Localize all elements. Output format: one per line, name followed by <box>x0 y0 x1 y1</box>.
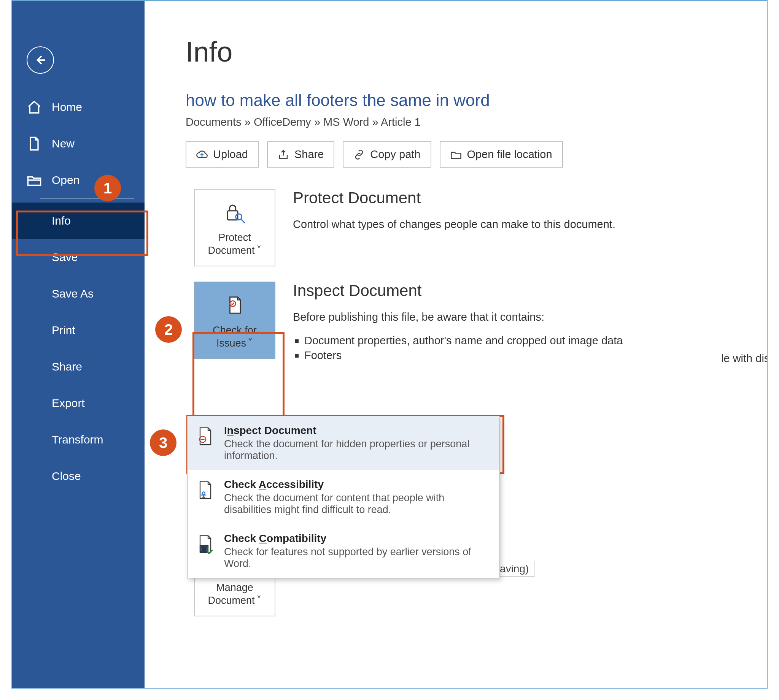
annotation-badge-3: 3 <box>150 430 177 456</box>
open-file-location-label: Open file location <box>467 148 552 161</box>
folder-icon <box>450 149 462 160</box>
chevron-down-icon: ˅ <box>256 595 262 606</box>
protect-tile-label: Protect Document˅ <box>208 232 261 257</box>
menu-item-desc: Check the document for content that peop… <box>224 492 493 516</box>
inspect-section: Check for Issues˅ Inspect Document Befor… <box>194 282 767 364</box>
lock-key-icon <box>222 198 247 228</box>
sidebar-item-export[interactable]: Export <box>12 385 145 422</box>
sidebar-item-label: Export <box>52 397 85 410</box>
breadcrumb: Documents » OfficeDemy » MS Word » Artic… <box>186 116 767 128</box>
file-icon <box>27 136 42 151</box>
svg-text:W: W <box>202 546 207 552</box>
sidebar-item-label: Home <box>52 101 82 113</box>
inspect-bullets: Document properties, author's name and c… <box>304 334 623 362</box>
sidebar-item-label: Save As <box>52 287 94 300</box>
copy-path-label: Copy path <box>370 148 420 161</box>
inspect-trail-text: le with disabilities should not have dif… <box>721 352 767 365</box>
sidebar-item-home[interactable]: Home <box>12 89 145 125</box>
annotation-badge-2: 2 <box>155 316 182 343</box>
document-alert-icon <box>194 425 216 447</box>
upload-button[interactable]: Upload <box>186 142 259 168</box>
protect-section: Protect Document˅ Protect Document Contr… <box>194 189 767 267</box>
sidebar-item-print[interactable]: Print <box>12 312 145 348</box>
document-compat-icon: W <box>194 532 216 555</box>
protect-text: Protect Document Control what types of c… <box>293 189 615 242</box>
chevron-down-icon: ˅ <box>247 337 253 349</box>
sidebar-item-label: Transform <box>52 433 104 446</box>
manage-tile-label: Manage Document˅ <box>208 582 261 607</box>
menu-item-check-compatibility[interactable]: W Check Compatibility Check for features… <box>187 524 500 578</box>
upload-label: Upload <box>213 148 248 161</box>
inspect-bullet: Document properties, author's name and c… <box>304 334 623 347</box>
sidebar-item-label: Save <box>52 251 78 264</box>
check-for-issues-menu: Inspect Document Check the document for … <box>187 416 500 578</box>
arrow-left-icon <box>33 53 47 67</box>
menu-item-title: Check Accessibility <box>224 478 493 491</box>
check-tile-label: Check for Issues˅ <box>212 324 257 350</box>
sidebar-item-label: Print <box>52 324 75 337</box>
application-frame: how to make all footers the same in word… <box>12 0 767 688</box>
sidebar-item-transform[interactable]: Transform <box>12 422 145 458</box>
inspect-bullet: Footers <box>304 349 623 362</box>
cloud-upload-icon <box>196 149 208 160</box>
backstage-content: Info how to make all footers the same in… <box>145 1 767 688</box>
page-title: Info <box>186 36 767 68</box>
sidebar-item-save[interactable]: Save <box>12 239 145 275</box>
document-accessibility-icon <box>194 478 216 501</box>
menu-item-check-accessibility[interactable]: Check Accessibility Check the document f… <box>187 470 500 524</box>
backstage-sidebar: Home New Open Info Save Save As Print <box>12 1 145 688</box>
menu-item-inspect-document[interactable]: Inspect Document Check the document for … <box>187 416 500 470</box>
protect-heading: Protect Document <box>293 189 615 207</box>
menu-item-title: Check Compatibility <box>224 532 493 545</box>
sidebar-item-info[interactable]: Info <box>12 203 145 239</box>
sidebar-item-label: Close <box>52 470 81 483</box>
sidebar-item-label: Info <box>52 214 71 227</box>
sidebar-item-label: New <box>52 137 75 150</box>
sidebar-item-label: Open <box>52 174 80 187</box>
inspect-heading: Inspect Document <box>293 282 623 300</box>
info-toolbar: Upload Share Copy path Open file locatio… <box>186 142 767 168</box>
copy-path-button[interactable]: Copy path <box>343 142 431 168</box>
inspect-text: Inspect Document Before publishing this … <box>293 282 623 364</box>
share-label: Share <box>294 148 324 161</box>
sidebar-item-new[interactable]: New <box>12 125 145 162</box>
open-file-location-button[interactable]: Open file location <box>440 142 563 168</box>
menu-item-title: Inspect Document <box>224 425 493 437</box>
folder-open-icon <box>27 173 42 188</box>
annotation-badge-1: 1 <box>94 175 121 202</box>
document-check-icon <box>223 291 246 320</box>
sidebar-item-share[interactable]: Share <box>12 348 145 385</box>
menu-item-desc: Check for features not supported by earl… <box>224 546 493 570</box>
home-icon <box>27 100 42 115</box>
sidebar-item-close[interactable]: Close <box>12 458 145 494</box>
menu-item-desc: Check the document for hidden properties… <box>224 438 493 462</box>
protect-description: Control what types of changes people can… <box>293 218 615 231</box>
share-button[interactable]: Share <box>267 142 334 168</box>
check-for-issues-tile[interactable]: Check for Issues˅ <box>194 282 276 359</box>
document-title: how to make all footers the same in word <box>186 91 767 110</box>
sidebar-item-open[interactable]: Open <box>12 162 145 198</box>
sidebar-separator <box>40 198 134 199</box>
back-button[interactable] <box>27 47 54 74</box>
chevron-down-icon: ˅ <box>256 245 262 256</box>
sidebar-item-save-as[interactable]: Save As <box>12 275 145 312</box>
share-icon <box>277 149 289 160</box>
link-icon <box>353 149 365 160</box>
protect-document-tile[interactable]: Protect Document˅ <box>194 189 276 267</box>
sidebar-item-label: Share <box>52 360 82 373</box>
inspect-lead: Before publishing this file, be aware th… <box>293 311 623 323</box>
